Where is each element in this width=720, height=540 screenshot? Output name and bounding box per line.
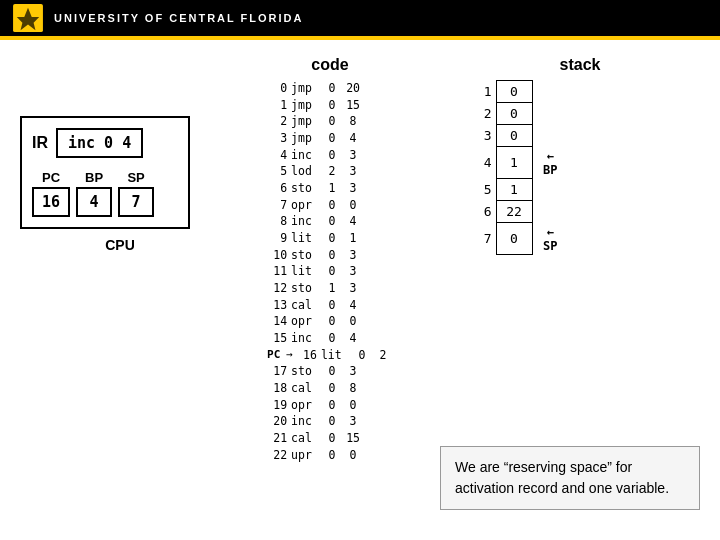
ir-value-box: inc 0 4 [56,128,143,158]
code-arg2: 4 [343,297,363,314]
code-op: jmp [291,130,321,147]
code-arg1: 2 [325,163,339,180]
code-linenum: 18 [267,380,287,397]
code-row: 8inc04 [267,213,393,230]
info-text: We are “reserving space” for activation … [455,459,669,496]
stack-row: 51 [460,179,568,201]
code-row: 15inc04 [267,330,393,347]
code-op: opr [291,197,321,214]
bp-stack-label: ← BP [532,147,568,179]
header-title: UNIVERSITY OF CENTRAL FLORIDA [54,12,304,24]
code-arg1: 0 [325,413,339,430]
info-box: We are “reserving space” for activation … [440,446,700,510]
code-linenum: 21 [267,430,287,447]
code-op: sto [291,180,321,197]
sp-stack-label: ← SP [532,223,568,255]
stack-index: 2 [460,103,496,125]
code-arg1: 0 [325,113,339,130]
stack-value: 0 [496,103,532,125]
code-linenum: 19 [267,397,287,414]
code-arg2: 3 [343,180,363,197]
stack-title: stack [460,56,700,74]
code-linenum: 0 [267,80,287,97]
code-arg1: 0 [325,230,339,247]
code-arg1: 0 [325,447,339,464]
code-arg1: 0 [325,297,339,314]
code-linenum: 7 [267,197,287,214]
code-op: inc [291,330,321,347]
code-arg2: 3 [343,163,363,180]
code-row: 18cal08 [267,380,393,397]
code-arg1: 0 [325,263,339,280]
code-linenum: 10 [267,247,287,264]
code-row: 13cal04 [267,297,393,314]
code-row: PC →16lit02 [267,347,393,364]
code-op: sto [291,363,321,380]
stack-label-empty [532,125,568,147]
code-linenum: 12 [267,280,287,297]
stack-label-empty [532,179,568,201]
code-arg2: 3 [343,247,363,264]
code-op: inc [291,213,321,230]
code-arg1: 0 [325,330,339,347]
bp-group: BP 4 [76,170,112,217]
pc-label: PC [42,170,60,185]
stack-row: 70← SP [460,223,568,255]
code-op: jmp [291,80,321,97]
stack-value: 0 [496,81,532,103]
stack-row: 622 [460,201,568,223]
stack-value: 1 [496,147,532,179]
stack-label-empty [532,201,568,223]
code-table: 0jmp0201jmp0152jmp083jmp044inc035lod236s… [267,80,393,463]
stack-value: 0 [496,125,532,147]
code-row: 10sto03 [267,247,393,264]
stack-row: 10 [460,81,568,103]
code-op: lod [291,163,321,180]
code-row: 22upr00 [267,447,393,464]
code-op: upr [291,447,321,464]
sp-label: SP [127,170,144,185]
stack-index: 6 [460,201,496,223]
code-arg1: 0 [325,80,339,97]
code-arg2: 15 [343,97,363,114]
code-linenum: 20 [267,413,287,430]
code-arg2: 3 [343,413,363,430]
code-row: 20inc03 [267,413,393,430]
code-arg1: 0 [325,247,339,264]
code-op: opr [291,313,321,330]
register-row: PC 16 BP 4 SP 7 [32,170,178,217]
code-op: jmp [291,97,321,114]
code-arg1: 0 [355,347,369,364]
code-linenum: 16 [297,347,317,364]
code-arg2: 4 [343,213,363,230]
code-linenum: 6 [267,180,287,197]
ir-label: IR [32,134,48,152]
code-op: lit [291,263,321,280]
ir-row: IR inc 0 4 [32,128,178,158]
code-op: cal [291,297,321,314]
code-op: lit [291,230,321,247]
code-arg2: 3 [343,263,363,280]
code-row: 4inc03 [267,147,393,164]
sp-group: SP 7 [118,170,154,217]
code-row: 1jmp015 [267,97,393,114]
code-arg2: 0 [343,197,363,214]
stack-row: 30 [460,125,568,147]
code-row: 6sto13 [267,180,393,197]
code-linenum: 4 [267,147,287,164]
code-row: 11lit03 [267,263,393,280]
code-title: code [220,56,440,74]
code-arg1: 0 [325,430,339,447]
code-linenum: 2 [267,113,287,130]
code-op: sto [291,280,321,297]
stack-index: 1 [460,81,496,103]
code-arg2: 0 [343,397,363,414]
code-arg2: 4 [343,130,363,147]
code-arg2: 3 [343,280,363,297]
code-arg2: 8 [343,380,363,397]
stack-label-empty [532,81,568,103]
code-section: code 0jmp0201jmp0152jmp083jmp044inc035lo… [220,56,440,524]
code-arg1: 1 [325,180,339,197]
stack-value: 0 [496,223,532,255]
code-row: 7opr00 [267,197,393,214]
